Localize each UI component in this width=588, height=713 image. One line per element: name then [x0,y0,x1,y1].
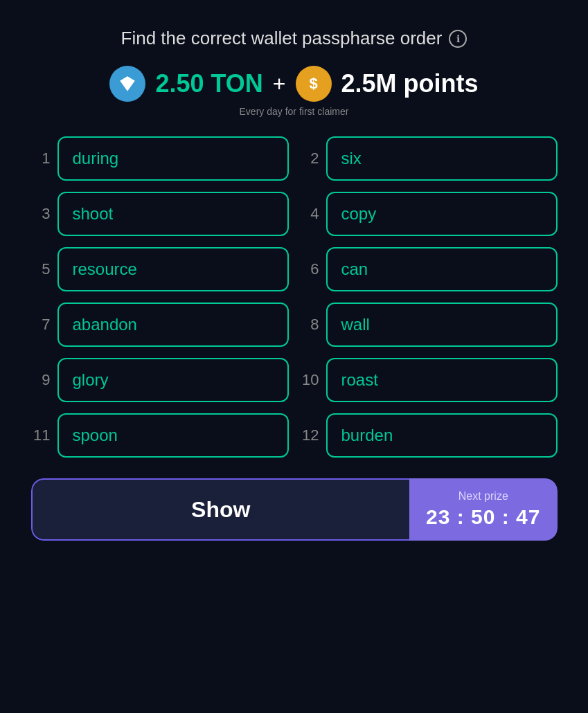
word-row: 1during [31,136,289,181]
word-number: 4 [300,205,319,223]
word-box[interactable]: burden [326,413,558,458]
ton-icon [109,66,145,102]
word-row: 11spoon [31,413,289,458]
word-number: 7 [31,316,51,334]
word-number: 2 [300,150,319,168]
word-box[interactable]: resource [57,247,289,291]
word-box[interactable]: during [57,136,289,181]
word-row: 2six [300,136,558,181]
bottom-bar: Show Next prize 23 : 50 : 47 [31,478,558,541]
word-row: 3shoot [31,192,289,236]
word-row: 4copy [300,192,558,236]
points-amount: 2.5M points [341,69,479,98]
word-number: 3 [31,205,51,223]
word-row: 7abandon [31,303,289,347]
word-box[interactable]: can [326,247,558,291]
reward-row: 2.50 TON + $ 2.5M points [109,66,478,102]
word-row: 6can [300,247,558,291]
word-number: 12 [300,426,319,444]
show-button[interactable]: Show [31,478,410,541]
word-row: 10roast [300,358,558,402]
word-row: 12burden [300,413,558,458]
word-box[interactable]: glory [57,358,289,402]
word-box[interactable]: abandon [57,303,289,347]
next-prize-panel: Next prize 23 : 50 : 47 [409,478,557,541]
ton-amount: 2.50 TON [155,69,262,98]
word-number: 5 [31,260,51,278]
page-title: Find the correct wallet passpharse order… [121,28,467,49]
word-box[interactable]: spoon [57,413,289,458]
word-number: 11 [31,426,51,444]
word-number: 10 [300,371,319,389]
plus-sign: + [273,71,286,97]
word-number: 6 [300,260,319,278]
word-box[interactable]: six [326,136,558,181]
word-number: 9 [31,371,51,389]
word-number: 8 [300,316,319,334]
word-box[interactable]: wall [326,303,558,347]
word-number: 1 [31,150,51,168]
word-box[interactable]: shoot [57,192,289,236]
word-row: 5resource [31,247,289,291]
coin-icon: $ [296,66,332,102]
next-prize-timer: 23 : 50 : 47 [426,505,540,529]
word-row: 8wall [300,303,558,347]
word-row: 9glory [31,358,289,402]
word-box[interactable]: copy [326,192,558,236]
next-prize-label: Next prize [458,490,508,503]
words-grid: 1during2six3shoot4copy5resource6can7aban… [31,136,558,458]
word-box[interactable]: roast [326,358,558,402]
reward-subtitle: Every day for first claimer [240,106,349,117]
info-icon[interactable]: ℹ [449,30,467,48]
